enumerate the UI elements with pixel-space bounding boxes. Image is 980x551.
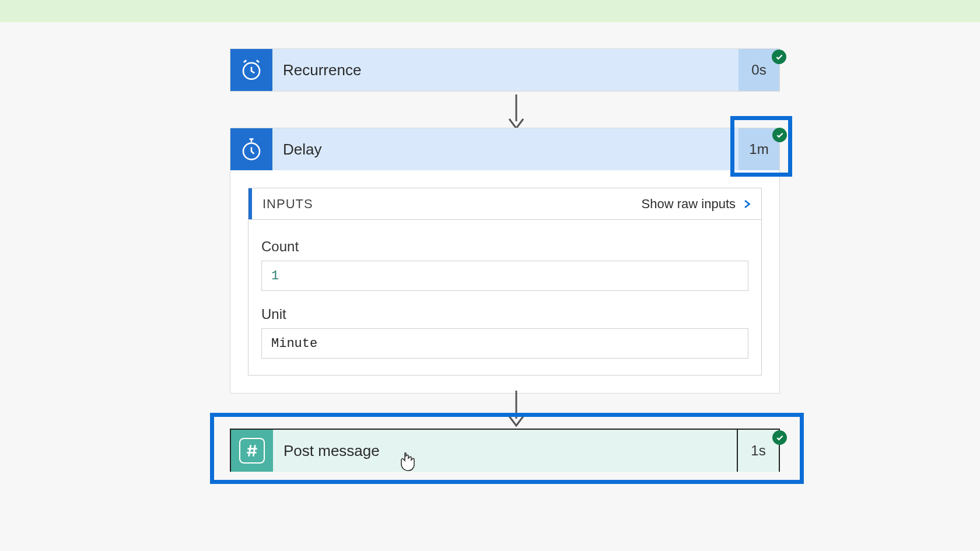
workflow-canvas: Recurrence 0s Delay 1m — [0, 22, 980, 551]
step-header[interactable]: Recurrence 0s — [230, 49, 779, 91]
step-title: Post message — [273, 430, 738, 472]
svg-line-7 — [253, 445, 255, 457]
flow-arrow-icon — [505, 391, 528, 428]
inputs-content: Count 1 Unit Minute — [249, 220, 761, 375]
step-body: INPUTS Show raw inputs Count 1 Unit Minu… — [230, 170, 779, 393]
unit-label: Unit — [261, 306, 748, 322]
inputs-header: INPUTS Show raw inputs — [249, 188, 761, 220]
stopwatch-icon — [230, 128, 272, 170]
cursor-pointer-icon — [399, 452, 415, 472]
svg-line-6 — [249, 445, 251, 457]
unit-value: Minute — [261, 328, 748, 359]
show-raw-inputs-label: Show raw inputs — [642, 196, 736, 212]
show-raw-inputs-link[interactable]: Show raw inputs — [642, 196, 761, 212]
hash-icon — [239, 438, 265, 464]
step-title: Recurrence — [272, 49, 738, 91]
step-recurrence[interactable]: Recurrence 0s — [230, 48, 780, 92]
status-success-icon — [772, 128, 787, 142]
count-value: 1 — [261, 261, 748, 291]
step-header[interactable]: Delay 1m — [230, 128, 779, 170]
status-success-icon — [772, 430, 787, 445]
step-title: Delay — [272, 128, 738, 170]
inputs-title: INPUTS — [249, 188, 313, 219]
chevron-right-icon — [741, 197, 752, 211]
status-success-icon — [772, 50, 786, 64]
step-delay[interactable]: Delay 1m INPUTS Show raw inputs Count 1 … — [230, 128, 780, 394]
alarm-clock-icon — [230, 49, 272, 91]
step-post-message[interactable]: Post message 1s — [230, 429, 780, 472]
count-label: Count — [261, 238, 748, 255]
inputs-panel: INPUTS Show raw inputs Count 1 Unit Minu… — [248, 188, 762, 375]
flow-arrow-icon — [505, 93, 528, 131]
top-banner — [0, 0, 980, 22]
step-header[interactable]: Post message 1s — [231, 430, 779, 472]
